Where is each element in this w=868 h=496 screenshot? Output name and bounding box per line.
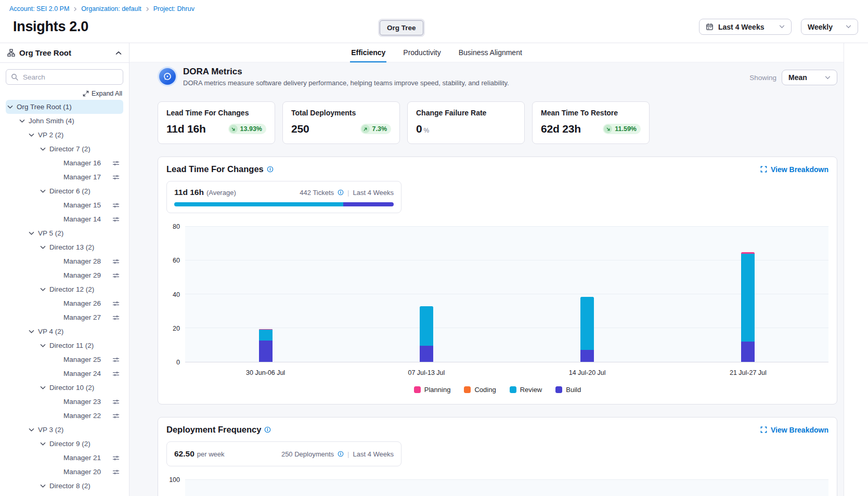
tree-item-label: VP 2 (2) — [38, 131, 63, 139]
chevron-down-icon[interactable] — [29, 231, 34, 236]
tree-item[interactable]: Manager 15 — [6, 198, 123, 212]
chevron-down-icon[interactable] — [29, 330, 34, 334]
filter-settings-icon[interactable] — [112, 412, 120, 420]
deployment-view-breakdown-link[interactable]: View Breakdown — [760, 426, 828, 434]
tree-item-label: Director 7 (2) — [49, 145, 90, 153]
tab-efficiency[interactable]: Efficiency — [350, 43, 386, 62]
tree-item[interactable]: Manager 25 — [6, 353, 123, 367]
chevron-down-icon[interactable] — [40, 484, 46, 488]
chevron-down-icon[interactable] — [19, 119, 25, 123]
bar-segment-review — [259, 330, 273, 341]
stacked-bar[interactable] — [420, 227, 433, 362]
tree-item[interactable]: Manager 23 — [6, 395, 123, 409]
filter-settings-icon[interactable] — [112, 216, 120, 223]
stacked-bar[interactable] — [259, 227, 273, 362]
filter-settings-icon[interactable] — [112, 160, 120, 167]
tree-item[interactable]: Manager 29 — [6, 268, 123, 282]
chevron-down-icon[interactable] — [40, 442, 46, 446]
tree-item[interactable]: VP 5 (2) — [6, 226, 123, 240]
date-range-select[interactable]: Last 4 Weeks — [699, 19, 792, 35]
tree-item[interactable]: Director 11 (2) — [6, 338, 123, 353]
lead-time-title: Lead Time For Changes — [166, 164, 274, 174]
filter-settings-icon[interactable] — [112, 370, 120, 377]
lead-time-view-breakdown-link[interactable]: View Breakdown — [760, 165, 828, 174]
filter-settings-icon[interactable] — [112, 300, 120, 307]
trend-down-icon — [229, 125, 238, 133]
tree-item[interactable]: Director 12 (2) — [6, 282, 123, 296]
tree-item[interactable]: Manager 21 — [6, 451, 123, 465]
breadcrumb-organization-link[interactable]: Organization: default — [81, 5, 141, 12]
filter-settings-icon[interactable] — [112, 258, 120, 265]
breadcrumb-account-link[interactable]: Account: SEI 2.0 PM — [9, 5, 69, 12]
tree-item[interactable]: Org Tree Root (1) — [6, 100, 123, 114]
chevron-down-icon[interactable] — [7, 105, 13, 109]
breadcrumb-project-link[interactable]: Project: Dhruv — [153, 5, 195, 12]
tree-item[interactable]: John Smith (4) — [6, 114, 123, 128]
chevron-down-icon[interactable] — [40, 288, 46, 292]
tree-item-label: Director 12 (2) — [49, 285, 94, 293]
org-tree-button[interactable]: Org Tree — [380, 20, 423, 35]
search-wrap — [6, 69, 123, 85]
tree-item[interactable]: Director 6 (2) — [6, 184, 123, 198]
filter-settings-icon[interactable] — [112, 468, 120, 476]
legend-label: Coding — [474, 386, 496, 394]
chevron-down-icon[interactable] — [40, 245, 46, 250]
tree-item[interactable]: Manager 14 — [6, 212, 123, 226]
tree-item[interactable]: Director 7 (2) — [6, 142, 123, 156]
tree-item[interactable]: Manager 24 — [6, 367, 123, 381]
tree-item[interactable]: Manager 20 — [6, 465, 123, 479]
trend-up-icon — [361, 125, 370, 133]
chevron-up-icon[interactable] — [115, 51, 122, 55]
info-icon[interactable] — [338, 189, 344, 195]
tree-item-label: Manager 23 — [63, 398, 101, 406]
info-icon[interactable] — [264, 426, 271, 433]
org-tree-sidebar: Org Tree Root Expand All Org Tree Root (… — [0, 43, 129, 496]
showing-select[interactable]: Mean — [782, 70, 837, 85]
filter-settings-icon[interactable] — [112, 314, 120, 321]
chevron-down-icon[interactable] — [40, 147, 46, 151]
filter-settings-icon[interactable] — [112, 356, 120, 363]
expand-all-button[interactable]: Expand All — [7, 90, 122, 97]
filter-settings-icon[interactable] — [112, 272, 120, 279]
tree-item[interactable]: Manager 26 — [6, 296, 123, 310]
tree-item[interactable]: Manager 27 — [6, 310, 123, 324]
tree-item[interactable]: Director 13 (2) — [6, 240, 123, 254]
legend-label: Build — [566, 386, 581, 394]
tree-item-label: Director 10 (2) — [49, 384, 94, 391]
tabs-bar: Efficiency Productivity Business Alignme… — [129, 43, 844, 62]
info-icon[interactable] — [338, 451, 344, 457]
tree-item[interactable]: VP 4 (2) — [6, 324, 123, 338]
tab-business-alignment[interactable]: Business Alignment — [458, 43, 523, 62]
tree-item[interactable]: VP 3 (2) — [6, 423, 123, 437]
org-tree-icon — [7, 49, 15, 57]
chevron-down-icon[interactable] — [40, 189, 46, 193]
granularity-select[interactable]: Weekly — [801, 19, 858, 35]
header-controls: Last 4 Weeks Weekly — [699, 19, 858, 35]
filter-settings-icon[interactable] — [112, 174, 120, 181]
tab-productivity[interactable]: Productivity — [402, 43, 442, 62]
trend-value: 13.93% — [240, 125, 262, 133]
tree-item[interactable]: Manager 17 — [6, 170, 123, 184]
filter-settings-icon[interactable] — [112, 202, 120, 209]
tree-item-label: Manager 29 — [63, 271, 101, 279]
chevron-down-icon[interactable] — [40, 386, 46, 390]
metric-card-value: 0% — [416, 123, 429, 135]
search-input[interactable] — [6, 69, 123, 85]
chevron-down-icon[interactable] — [29, 133, 34, 137]
stacked-bar[interactable] — [580, 227, 594, 362]
tree-item[interactable]: Director 10 (2) — [6, 381, 123, 395]
tree-item[interactable]: Director 8 (2) — [6, 479, 123, 493]
filter-settings-icon[interactable] — [112, 454, 120, 462]
tree-item[interactable]: VP 2 (2) — [6, 128, 123, 142]
tree-item[interactable]: Manager 22 — [6, 409, 123, 423]
chevron-right-icon — [73, 7, 77, 11]
tree-item[interactable]: Manager 28 — [6, 254, 123, 268]
tree-item[interactable]: Director 9 (2) — [6, 437, 123, 451]
stacked-bar[interactable] — [741, 227, 755, 362]
chevron-down-icon[interactable] — [29, 428, 34, 432]
filter-settings-icon[interactable] — [112, 398, 120, 406]
tree-item-label: Manager 25 — [63, 356, 101, 363]
tree-item[interactable]: Manager 16 — [6, 156, 123, 170]
chevron-down-icon[interactable] — [40, 344, 46, 348]
info-icon[interactable] — [267, 166, 274, 173]
